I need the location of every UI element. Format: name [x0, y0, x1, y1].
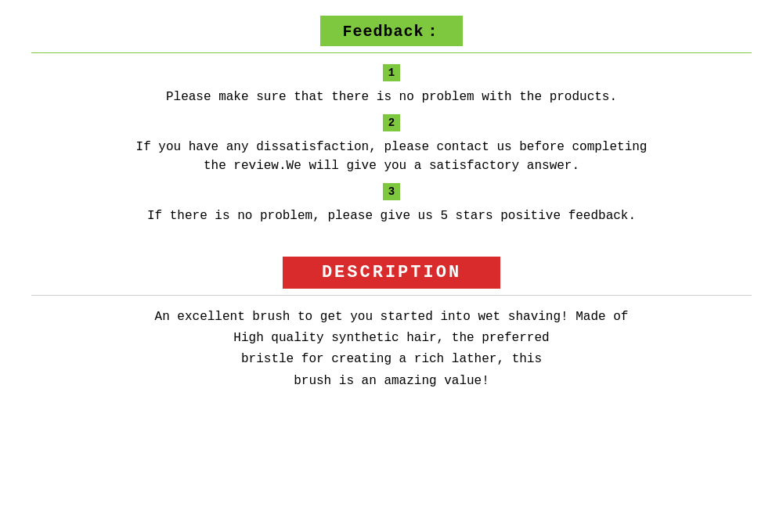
description-section: DESCRIPTION An excellent brush to get yo… — [31, 257, 752, 392]
number-badge-1: 1 — [383, 64, 400, 81]
feedback-section: Feedback： 1 Please make sure that there … — [31, 16, 752, 233]
description-title-wrap: DESCRIPTION — [283, 257, 500, 289]
number-badge-3: 3 — [383, 183, 400, 200]
feedback-text-2: If you have any dissatisfaction, please … — [136, 138, 648, 175]
feedback-text-3: If there is no problem, please give us 5… — [147, 207, 636, 225]
number-badge-2: 2 — [383, 114, 400, 131]
feedback-title: Feedback： — [320, 16, 462, 46]
description-divider — [31, 295, 752, 296]
description-text: An excellent brush to get you started in… — [155, 307, 629, 392]
page-container: Feedback： 1 Please make sure that there … — [0, 0, 783, 532]
feedback-divider — [31, 52, 752, 53]
feedback-text-1: Please make sure that there is no proble… — [166, 88, 617, 106]
feedback-title-wrap: Feedback： — [320, 16, 462, 46]
description-title: DESCRIPTION — [283, 257, 500, 289]
